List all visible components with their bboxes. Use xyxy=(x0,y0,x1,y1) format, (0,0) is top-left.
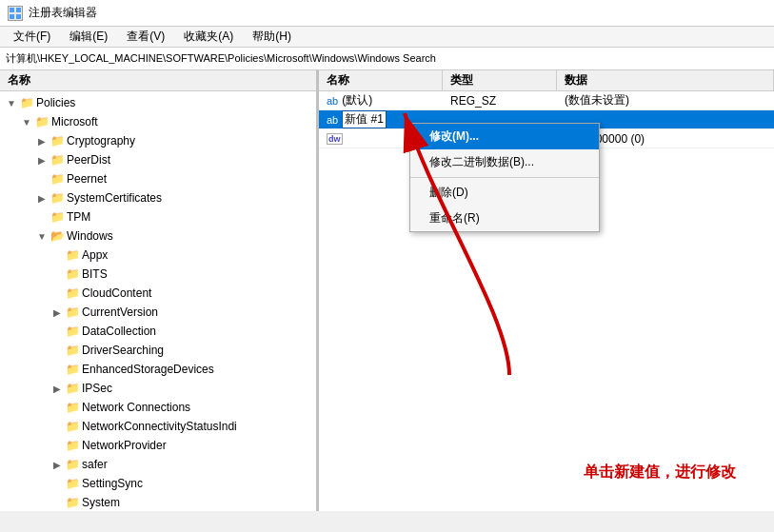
tree-item-ipsec[interactable]: ▶ 📁 IPSec xyxy=(0,379,316,398)
tree-toggle-microsoft[interactable]: ▼ xyxy=(19,114,34,129)
folder-icon-driversearching: 📁 xyxy=(65,344,80,357)
tree-item-currentversion[interactable]: ▶ 📁 CurrentVersion xyxy=(0,303,316,322)
menu-bar: 文件(F) 编辑(E) 查看(V) 收藏夹(A) 帮助(H) xyxy=(0,27,774,48)
context-menu: 修改(M)... 修改二进制数据(B)... 删除(D) 重命名(R) xyxy=(409,123,600,232)
tree-header: 名称 xyxy=(0,70,316,91)
tree-item-enhancedstoragedevices[interactable]: ▶ 📁 EnhancedStorageDevices xyxy=(0,360,316,379)
folder-icon-appx: 📁 xyxy=(65,248,80,262)
folder-icon-ipsec: 📁 xyxy=(65,382,80,395)
tree-label-ipsec: IPSec xyxy=(82,382,112,395)
col-header-data: 数据 xyxy=(557,70,774,90)
svg-rect-0 xyxy=(10,8,14,12)
tree-item-appx[interactable]: ▶ 📁 Appx xyxy=(0,246,316,265)
tree-item-bits[interactable]: ▶ 📁 BITS xyxy=(0,265,316,284)
svg-rect-2 xyxy=(10,14,14,19)
folder-icon-peerdist: 📁 xyxy=(50,153,65,167)
tree-panel: 名称 ▼ 📁 Policies ▼ 📁 Microsoft ▶ 📁 xyxy=(0,70,319,511)
tree-label-tpm: TPM xyxy=(67,210,90,224)
tree-label-networkprovider: NetworkProvider xyxy=(82,439,167,452)
tree-item-settingsync[interactable]: ▶ 📁 SettingSync xyxy=(0,474,316,493)
folder-icon-microsoft: 📁 xyxy=(34,115,50,128)
folder-icon-policies: 📁 xyxy=(19,96,34,109)
tree-label-cryptography: Cryptography xyxy=(67,134,135,148)
tree-content[interactable]: ▼ 📁 Policies ▼ 📁 Microsoft ▶ 📁 Cryptogra… xyxy=(0,91,316,511)
tree-label-bits: BITS xyxy=(82,267,108,281)
tree-toggle-windows[interactable]: ▼ xyxy=(34,228,50,244)
tree-toggle-currentversion[interactable]: ▶ xyxy=(50,305,65,320)
tree-toggle-safer[interactable]: ▶ xyxy=(50,457,65,472)
tree-item-networkconnections[interactable]: ▶ 📁 Network Connections xyxy=(0,398,316,417)
window-title: 注册表编辑器 xyxy=(29,5,97,21)
tree-toggle-policies[interactable]: ▼ xyxy=(4,95,19,110)
svg-rect-1 xyxy=(16,8,21,12)
tree-toggle-cryptography[interactable]: ▶ xyxy=(34,133,50,148)
tree-item-cloudcontent[interactable]: ▶ 📁 CloudContent xyxy=(0,284,316,303)
reg-cell-data-default: (数值未设置) xyxy=(557,92,774,108)
context-menu-modify-binary[interactable]: 修改二进制数据(B)... xyxy=(410,149,599,175)
tree-item-cryptography[interactable]: ▶ 📁 Cryptography xyxy=(0,131,316,150)
tree-label-cloudcontent: CloudContent xyxy=(82,286,151,300)
reg-icon-default: ab xyxy=(327,95,338,107)
tree-item-policies[interactable]: ▼ 📁 Policies xyxy=(0,93,316,112)
tree-item-tpm[interactable]: ▶ 📁 TPM xyxy=(0,207,316,227)
tree-label-microsoft: Microsoft xyxy=(51,115,98,128)
reg-item-default[interactable]: ab (默认) REG_SZ (数值未设置) xyxy=(319,91,774,110)
tree-label-networkconnections: Network Connections xyxy=(82,401,190,414)
new-value-edit-box[interactable]: 新值 #1 xyxy=(342,110,387,128)
folder-icon-system: 📁 xyxy=(65,496,80,509)
right-panel: 名称 类型 数据 ab (默认) REG_SZ (数值未设置) ab 新值 #1 xyxy=(319,70,774,511)
annotation-text: 单击新建值，进行修改 xyxy=(584,463,736,483)
folder-icon-cryptography: 📁 xyxy=(50,134,65,148)
folder-icon-tpm: 📁 xyxy=(50,210,65,224)
svg-rect-3 xyxy=(16,14,21,19)
tree-toggle-systemcertificates[interactable]: ▶ xyxy=(34,190,50,206)
folder-icon-networkconnectivitystatusindi: 📁 xyxy=(65,420,80,433)
tree-label-networkconnectivitystatusindi: NetworkConnectivityStatusIndi xyxy=(82,420,237,433)
tree-label-systemcertificates: SystemCertificates xyxy=(67,191,162,205)
context-menu-modify[interactable]: 修改(M)... xyxy=(410,124,599,149)
tree-item-windows[interactable]: ▼ 📂 Windows xyxy=(0,227,316,246)
folder-icon-currentversion: 📁 xyxy=(65,305,80,319)
folder-icon-datacollection: 📁 xyxy=(65,325,80,338)
tree-item-microsoft[interactable]: ▼ 📁 Microsoft xyxy=(0,112,316,131)
main-content: 名称 ▼ 📁 Policies ▼ 📁 Microsoft ▶ 📁 xyxy=(0,70,774,511)
menu-view[interactable]: 查看(V) xyxy=(119,27,172,47)
tree-item-peernet[interactable]: ▶ 📁 Peernet xyxy=(0,169,316,188)
address-path: 计算机\HKEY_LOCAL_MACHINE\SOFTWARE\Policies… xyxy=(6,51,436,66)
tree-item-systemcertificates[interactable]: ▶ 📁 SystemCertificates xyxy=(0,188,316,207)
reg-icon-newvalue1: ab xyxy=(327,114,338,126)
app-icon xyxy=(8,6,23,21)
menu-edit[interactable]: 编辑(E) xyxy=(62,27,115,47)
menu-help[interactable]: 帮助(H) xyxy=(245,27,299,47)
tree-label-settingsync: SettingSync xyxy=(82,477,143,490)
tree-item-safer[interactable]: ▶ 📁 safer xyxy=(0,455,316,474)
folder-icon-windows: 📂 xyxy=(50,229,65,243)
tree-item-networkprovider[interactable]: ▶ 📁 NetworkProvider xyxy=(0,436,316,455)
address-bar: 计算机\HKEY_LOCAL_MACHINE\SOFTWARE\Policies… xyxy=(0,48,774,70)
folder-icon-enhancedstoragedevices: 📁 xyxy=(65,363,80,376)
right-header: 名称 类型 数据 xyxy=(319,70,774,91)
folder-icon-peernet: 📁 xyxy=(50,172,65,186)
tree-item-driversearching[interactable]: ▶ 📁 DriverSearching xyxy=(0,341,316,360)
tree-toggle-peerdist[interactable]: ▶ xyxy=(34,152,50,167)
tree-label-policies: Policies xyxy=(36,96,75,109)
menu-favorites[interactable]: 收藏夹(A) xyxy=(176,27,241,47)
tree-item-datacollection[interactable]: ▶ 📁 DataCollection xyxy=(0,322,316,341)
folder-icon-networkprovider: 📁 xyxy=(65,439,80,452)
context-menu-separator xyxy=(410,177,599,178)
tree-item-networkconnectivitystatusindi[interactable]: ▶ 📁 NetworkConnectivityStatusIndi xyxy=(0,417,316,436)
folder-icon-bits: 📁 xyxy=(65,267,80,281)
context-menu-delete[interactable]: 删除(D) xyxy=(410,180,599,206)
tree-label-peerdist: PeerDist xyxy=(67,153,110,167)
context-menu-rename[interactable]: 重命名(R) xyxy=(410,206,599,231)
tree-label-enhancedstoragedevices: EnhancedStorageDevices xyxy=(82,363,214,376)
tree-item-peerdist[interactable]: ▶ 📁 PeerDist xyxy=(0,150,316,169)
tree-label-safer: safer xyxy=(82,458,108,471)
menu-file[interactable]: 文件(F) xyxy=(6,27,58,47)
folder-icon-safer: 📁 xyxy=(65,458,80,471)
tree-toggle-ipsec[interactable]: ▶ xyxy=(50,381,65,396)
folder-icon-cloudcontent: 📁 xyxy=(65,286,80,300)
tree-item-system[interactable]: ▶ 📁 System xyxy=(0,493,316,511)
reg-icon-allowindexing: dw xyxy=(327,133,343,145)
tree-label-datacollection: DataCollection xyxy=(82,325,156,338)
